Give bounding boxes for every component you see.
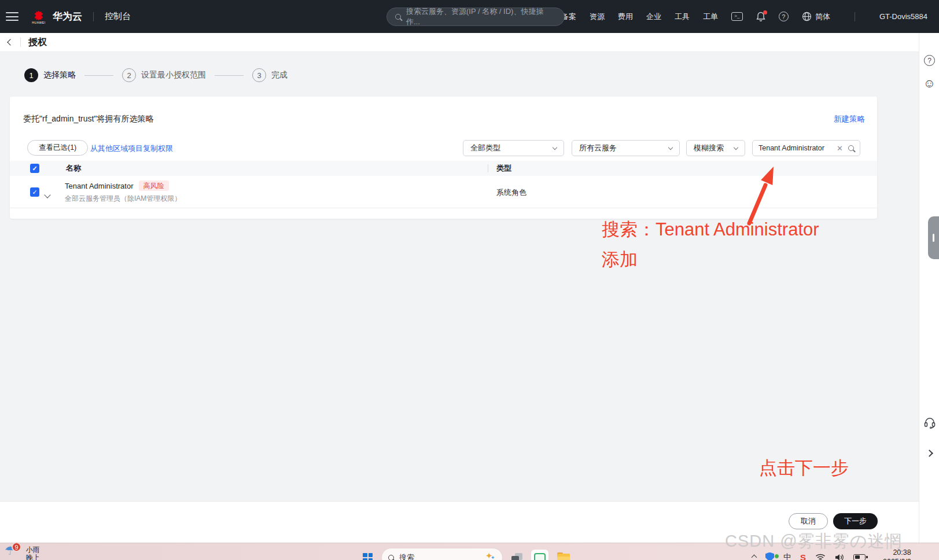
active-app-icon[interactable]	[531, 550, 548, 560]
policy-selection-card: 委托"rf_admin_trust"将拥有所选策略 新建策略 查看已选(1) 从…	[10, 97, 877, 219]
global-search-placeholder: 搜索云服务、资源(IP / 名称 / ID)、快捷操作...	[406, 6, 556, 27]
service-filter-dropdown[interactable]: 所有云服务	[572, 140, 680, 156]
rail-support-button[interactable]	[919, 416, 939, 429]
rail-feedback-button[interactable]: ☺	[919, 77, 939, 89]
navbar-divider	[93, 12, 94, 21]
security-shield-icon[interactable]	[765, 552, 774, 560]
type-filter-dropdown[interactable]: 全部类型	[463, 140, 564, 156]
step-2-circle: 2	[122, 68, 136, 82]
weather-period: 晚上	[26, 554, 40, 560]
search-icon	[388, 555, 394, 560]
column-divider	[488, 164, 488, 172]
step-3-circle: 3	[252, 68, 266, 82]
account-name[interactable]: GT-Dovis5884	[879, 12, 927, 21]
table-row[interactable]: ✓ Tenant Administrator 高风险 全部云服务管理员（除IAM…	[10, 176, 877, 208]
nav-link-billing[interactable]: 费用	[618, 12, 633, 22]
card-header: 委托"rf_admin_trust"将拥有所选策略 新建策略	[23, 114, 865, 124]
next-step-button[interactable]: 下一步	[833, 513, 878, 529]
help-icon[interactable]: ?	[779, 12, 789, 21]
column-header-type: 类型	[496, 163, 511, 174]
notification-badge-dot	[763, 10, 767, 14]
menu-icon[interactable]	[6, 12, 19, 21]
cancel-button[interactable]: 取消	[789, 513, 828, 529]
taskbar-search-placeholder: 搜索	[399, 552, 480, 560]
huawei-logo-icon[interactable]: HUAWEI	[30, 9, 47, 24]
step-3-label: 完成	[271, 70, 288, 80]
wifi-icon[interactable]	[815, 554, 826, 560]
nav-link-tickets[interactable]: 工单	[703, 12, 718, 22]
huawei-flower-icon	[30, 9, 47, 20]
rail-help-button[interactable]: ?	[919, 55, 939, 66]
view-selected-button[interactable]: 查看已选(1)	[27, 140, 88, 156]
weather-condition: 小雨	[26, 546, 40, 554]
step-1-circle: 1	[24, 68, 38, 82]
step-connector	[84, 75, 113, 76]
page-title: 授权	[28, 36, 47, 49]
chevron-down-icon	[553, 145, 557, 149]
policy-name-line: Tenant Administrator 高风险	[65, 180, 181, 191]
search-icon	[395, 14, 401, 20]
row-expand-button[interactable]	[45, 189, 50, 200]
smiley-icon: ☺	[923, 77, 936, 89]
task-view-icon[interactable]	[511, 553, 522, 560]
annotation-search-note: 搜索：Tenant Administrator	[602, 218, 819, 242]
file-explorer-icon[interactable]	[557, 552, 570, 560]
brand-name[interactable]: 华为云	[53, 10, 82, 23]
clock-date: 2025/6/2	[883, 557, 911, 560]
table-header-row: ✓ 名称 类型	[10, 161, 877, 176]
windows-start-button[interactable]	[363, 553, 373, 560]
weather-alert-badge: 9	[12, 542, 21, 552]
copy-permissions-link[interactable]: 从其他区域项目复制权限	[90, 143, 173, 154]
back-button[interactable]	[8, 40, 13, 45]
s-app-tray-icon[interactable]: S	[800, 552, 806, 560]
screenshot-app-icon	[534, 553, 546, 560]
clear-search-icon[interactable]: ✕	[837, 144, 843, 153]
policy-name: Tenant Administrator	[65, 182, 134, 190]
cli-terminal-icon[interactable]: >_	[731, 12, 743, 21]
rail-collapse-button[interactable]	[919, 451, 939, 456]
type-filter-value: 全部类型	[470, 143, 500, 153]
huawei-wordmark: HUAWEI	[32, 21, 45, 24]
breadcrumb-divider	[20, 38, 21, 47]
umbrella-icon: ☂ 9	[5, 544, 16, 560]
risk-badge: 高风险	[139, 180, 169, 191]
copilot-sparkle-icon[interactable]: ✦✦	[485, 552, 496, 560]
tray-expand-icon[interactable]	[752, 554, 757, 560]
taskbar-center: 搜索 ✦✦	[363, 548, 570, 560]
nav-link-resources[interactable]: 资源	[590, 12, 605, 22]
card-heading: 委托"rf_admin_trust"将拥有所选策略	[23, 114, 153, 124]
match-mode-dropdown[interactable]: 模糊搜索	[686, 140, 745, 156]
navbar-divider	[855, 12, 855, 21]
step-wizard: 1 选择策略 2 设置最小授权范围 3 完成	[24, 68, 288, 82]
annotation-add-note: 添加	[602, 248, 638, 272]
select-all-checkbox[interactable]: ✓	[30, 164, 39, 173]
console-link[interactable]: 控制台	[105, 11, 131, 22]
breadcrumb-bar: 授权	[0, 33, 919, 52]
global-search-input[interactable]: 搜索云服务、资源(IP / 名称 / ID)、快捷操作...	[386, 8, 565, 26]
nav-link-enterprise[interactable]: 企业	[646, 12, 661, 22]
notifications-bell-icon[interactable]	[756, 12, 765, 22]
navbar-right: 备案 资源 费用 企业 工具 工单 >_ ? 简体	[561, 12, 939, 22]
taskbar-search-input[interactable]: 搜索 ✦✦	[381, 548, 503, 560]
chevron-left-icon	[7, 39, 13, 45]
language-switcher[interactable]: 简体	[802, 12, 830, 22]
search-icon[interactable]	[848, 145, 854, 151]
ime-indicator[interactable]: 中	[783, 552, 791, 560]
policy-description: 全部云服务管理员（除IAM管理权限）	[65, 194, 181, 204]
annotation-next-note: 点击下一步	[759, 456, 849, 480]
column-header-name: 名称	[66, 163, 81, 174]
policy-search-input[interactable]: Tenant Administrator ✕	[752, 140, 860, 156]
match-mode-value: 模糊搜索	[694, 143, 724, 153]
screen: HUAWEI 华为云 控制台 搜索云服务、资源(IP / 名称 / ID)、快捷…	[0, 0, 939, 560]
weather-widget[interactable]: ☂ 9 小雨 晚上	[5, 544, 40, 560]
top-navbar: HUAWEI 华为云 控制台 搜索云服务、资源(IP / 名称 / ID)、快捷…	[0, 0, 939, 33]
scrollbar-handle[interactable]	[928, 216, 939, 259]
nav-link-tools[interactable]: 工具	[675, 12, 690, 22]
row-checkbox[interactable]: ✓	[30, 187, 39, 197]
shield-status-dot	[774, 554, 779, 559]
battery-icon[interactable]	[853, 554, 866, 560]
new-policy-link[interactable]: 新建策略	[834, 114, 865, 124]
locale-label: 简体	[815, 12, 830, 22]
step-2-label: 设置最小授权范围	[141, 70, 206, 80]
speaker-icon[interactable]	[835, 554, 844, 560]
